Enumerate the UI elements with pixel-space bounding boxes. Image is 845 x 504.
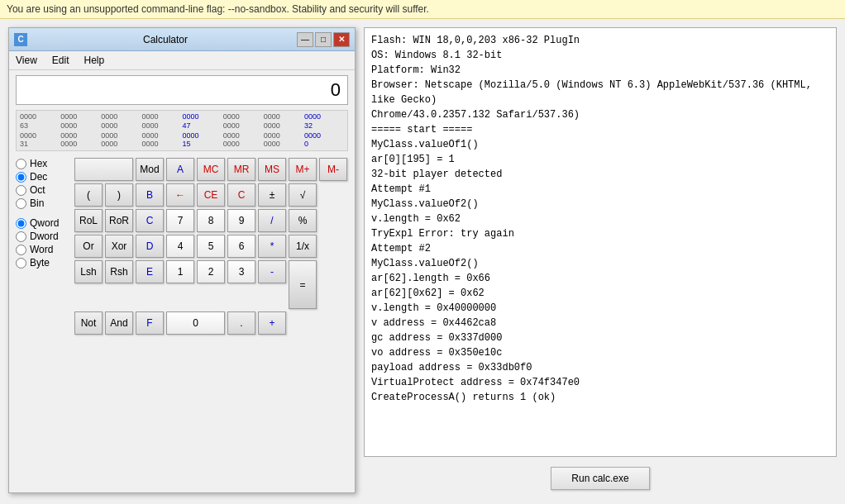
btn-5[interactable]: 5: [197, 235, 225, 258]
radio-hex-input[interactable]: [16, 159, 26, 169]
minimize-button[interactable]: —: [297, 32, 313, 47]
btn-sqrt[interactable]: √: [289, 183, 317, 207]
output-line: Attempt #2: [371, 241, 829, 256]
hist-12: 000015: [183, 131, 222, 150]
output-line: ar[0][195] = 1: [371, 152, 829, 167]
btn-MC[interactable]: MC: [197, 158, 225, 181]
calculator-body: Hex Dec Oct Bin Qword: [9, 155, 355, 492]
btn-percent[interactable]: %: [289, 209, 317, 232]
btn-Mplus[interactable]: M+: [289, 158, 317, 181]
hist-7: 000032: [304, 112, 344, 131]
output-line: Flash: WIN 18,0,0,203 x86-32 PlugIn: [371, 33, 829, 48]
output-line: ===== start =====: [371, 122, 829, 137]
close-button[interactable]: ✕: [333, 32, 350, 47]
btn-CE[interactable]: CE: [197, 183, 225, 207]
radio-dec-input[interactable]: [16, 172, 26, 183]
run-calc-button[interactable]: Run calc.exe: [551, 467, 649, 490]
btn-multiply[interactable]: *: [258, 235, 286, 258]
btn-8[interactable]: 8: [197, 209, 225, 232]
btn-A[interactable]: A: [166, 158, 194, 181]
btn-Lsh[interactable]: Lsh: [74, 260, 103, 283]
btn-3[interactable]: 3: [227, 260, 255, 283]
btn-9[interactable]: 9: [227, 209, 255, 232]
hist-4: 000047: [183, 112, 222, 131]
radio-qword-input[interactable]: [16, 218, 26, 229]
btn-rparen[interactable]: ): [105, 183, 133, 207]
btn-And[interactable]: And: [105, 311, 133, 335]
menu-help[interactable]: Help: [80, 53, 107, 68]
hist-0: 000063: [20, 112, 60, 131]
menu-edit[interactable]: Edit: [49, 53, 73, 68]
calc-title: Calculator: [34, 34, 297, 45]
btn-plusminus[interactable]: ±: [258, 183, 286, 207]
btn-Xor[interactable]: Xor: [105, 235, 133, 258]
radio-byte[interactable]: Byte: [16, 257, 69, 269]
btn-E[interactable]: E: [136, 260, 164, 283]
btn-B[interactable]: B: [136, 183, 164, 207]
radio-dword[interactable]: Dword: [16, 231, 69, 242]
number-base-group: Hex Dec Oct Bin: [16, 158, 69, 209]
btn-reciprocal[interactable]: 1/x: [289, 235, 317, 258]
radio-bin[interactable]: Bin: [16, 197, 69, 209]
btn-1[interactable]: 1: [166, 260, 194, 283]
btn-MS[interactable]: MS: [258, 158, 286, 181]
btn-mod[interactable]: Mod: [136, 158, 164, 181]
btn-Not[interactable]: Not: [74, 311, 103, 335]
warning-text: You are using an unsupported command-lin…: [7, 3, 429, 15]
radio-qword[interactable]: Qword: [16, 217, 69, 229]
calculator-display: 0: [16, 75, 348, 105]
calculator-titlebar: C Calculator — □ ✕: [9, 28, 355, 51]
radio-bin-input[interactable]: [16, 198, 26, 209]
output-line: 32-bit player detected: [371, 167, 829, 182]
menu-view[interactable]: View: [12, 53, 41, 68]
word-size-group: Qword Dword Word Byte: [16, 217, 69, 269]
calculator-window: C Calculator — □ ✕ View Edit Help: [8, 27, 356, 493]
calc-icon: C: [14, 33, 27, 46]
btn-F[interactable]: F: [136, 311, 164, 335]
btn-6[interactable]: 6: [227, 235, 255, 258]
radio-dec[interactable]: Dec: [16, 171, 69, 183]
btn-Rsh[interactable]: Rsh: [105, 260, 133, 283]
btn-lparen[interactable]: (: [74, 183, 103, 207]
output-line: MyClass.valueOf1(): [371, 137, 829, 152]
radio-word[interactable]: Word: [16, 244, 69, 255]
btn-Or[interactable]: Or: [74, 235, 103, 258]
btn-C2[interactable]: C: [136, 209, 164, 232]
btn-MR[interactable]: MR: [227, 158, 255, 181]
run-button-container: Run calc.exe: [364, 464, 837, 493]
output-line: Platform: Win32: [371, 63, 829, 78]
btn-0[interactable]: 0: [166, 311, 225, 335]
main-area: C Calculator — □ ✕ View Edit Help: [0, 19, 845, 502]
btn-4[interactable]: 4: [166, 235, 194, 258]
radio-oct-input[interactable]: [16, 185, 26, 196]
right-panel: Flash: WIN 18,0,0,203 x86-32 PlugInOS: W…: [364, 27, 837, 493]
radio-word-input[interactable]: [16, 245, 26, 255]
btn-add[interactable]: +: [258, 311, 286, 335]
btn-equals[interactable]: =: [289, 260, 317, 309]
btn-C[interactable]: C: [227, 183, 255, 207]
radio-oct[interactable]: Oct: [16, 184, 69, 196]
radio-dword-input[interactable]: [16, 231, 26, 242]
button-row-2: ( ) B ← CE C ± √: [74, 183, 348, 207]
btn-RoR[interactable]: RoR: [105, 209, 133, 232]
restore-button[interactable]: □: [315, 32, 332, 47]
output-line: gc address = 0x337d000: [371, 330, 829, 345]
output-line: payload address = 0x33db0f0: [371, 360, 829, 375]
hist-5: 00000000: [223, 112, 263, 131]
output-line: ar[62].length = 0x66: [371, 271, 829, 286]
btn-decimal[interactable]: .: [227, 311, 255, 335]
btn-RoL[interactable]: RoL: [74, 209, 103, 232]
btn-divide[interactable]: /: [258, 209, 286, 232]
btn-backspace[interactable]: ←: [166, 183, 194, 207]
btn-empty[interactable]: [74, 158, 133, 181]
button-row-1: Mod A MC MR MS M+ M-: [74, 158, 348, 181]
radio-byte-input[interactable]: [16, 258, 26, 269]
btn-Mminus[interactable]: M-: [319, 158, 347, 181]
output-box: Flash: WIN 18,0,0,203 x86-32 PlugInOS: W…: [364, 27, 837, 457]
btn-D[interactable]: D: [136, 235, 164, 258]
btn-2[interactable]: 2: [197, 260, 225, 283]
btn-subtract[interactable]: -: [258, 260, 286, 283]
radio-hex[interactable]: Hex: [16, 158, 69, 169]
btn-7[interactable]: 7: [166, 209, 194, 232]
output-line: VirtualProtect address = 0x74f347e0: [371, 375, 829, 390]
